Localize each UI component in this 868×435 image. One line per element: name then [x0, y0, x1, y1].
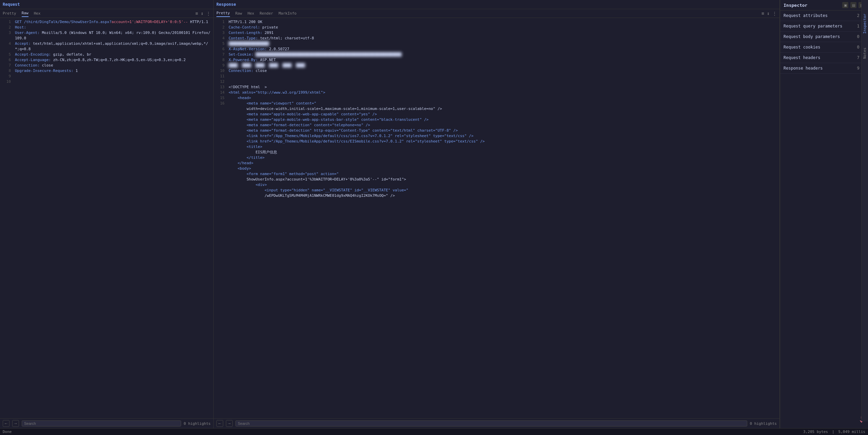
- table-row: 5 ██████████████████: [214, 41, 779, 46]
- inspector-body: ➘: [780, 74, 868, 428]
- inspector-request-headers-count: 7: [857, 55, 860, 60]
- table-row: 14 <html xmlns="http://www.w3.org/1999/x…: [214, 90, 779, 95]
- response-tab-bar: Pretty Raw Hex Render MarkInfo ≡ ↕ ⋮: [214, 9, 779, 18]
- response-wrap-icon[interactable]: ↕: [767, 11, 770, 16]
- response-format-icon[interactable]: ≡: [761, 11, 764, 16]
- status-bar-done: Done: [3, 430, 803, 434]
- table-row: 2 Cache-Control: private: [214, 25, 779, 30]
- inspector-request-attributes-count: 2: [857, 13, 860, 18]
- response-tab-icons: ≡ ↕ ⋮: [761, 11, 777, 16]
- table-row: 6 X-AspNet-Version: 2.0.50727: [214, 46, 779, 52]
- table-row: 4 Content-Type: text/html; charset=utf-8: [214, 36, 779, 41]
- table-row: 15 <head>: [214, 95, 779, 101]
- table-row: <input type="hidden" name="__VIEWSTATE" …: [214, 188, 779, 193]
- status-bar-time: 5,049 millis: [838, 430, 865, 434]
- request-tab-raw[interactable]: Raw: [22, 10, 28, 17]
- side-tab-notes[interactable]: Notes: [863, 48, 867, 59]
- inspector-header: Inspector ▣ ▤ ▥: [780, 0, 868, 11]
- table-row: 2 Host:: [0, 25, 213, 30]
- request-search-bar: ← → 0 highlights: [0, 418, 213, 428]
- inspector-request-attributes-label: Request attributes: [784, 13, 857, 18]
- table-row: </head>: [214, 160, 779, 166]
- request-wrap-icon[interactable]: ↕: [201, 11, 204, 16]
- request-title: Request: [3, 1, 211, 7]
- inspector-request-headers[interactable]: Request headers 7 ∨: [780, 53, 868, 63]
- response-panel: Response Pretty Raw Hex Render MarkInfo …: [214, 0, 780, 428]
- table-row: 4 Accept: text/html,application/xhtml+xm…: [0, 41, 213, 52]
- request-code-area: 1 GET /third/DingTalk/Demo/ShowUserInfo.…: [0, 18, 213, 418]
- table-row: 10: [0, 79, 213, 84]
- table-row: 7 Connection: close: [0, 63, 213, 68]
- table-row: </title>: [214, 155, 779, 160]
- table-row: <meta name="format-detection" http-equiv…: [214, 128, 779, 133]
- table-row: 1 HTTP/1.1 200 OK: [214, 19, 779, 25]
- table-row: <title>: [214, 144, 779, 150]
- table-row: 10 Connection: close: [214, 68, 779, 74]
- status-bar: Done 3,205 bytes | 5,049 millis: [0, 428, 868, 435]
- response-panel-header: Response: [214, 0, 779, 9]
- side-tab-inspector[interactable]: Inspector: [863, 14, 867, 34]
- request-search-back-button[interactable]: ←: [3, 420, 9, 427]
- request-tab-hex[interactable]: Hex: [34, 10, 41, 17]
- response-tab-pretty[interactable]: Pretty: [216, 10, 230, 17]
- table-row: <meta name="apple-mobile-web-app-status-…: [214, 117, 779, 122]
- request-panel: Request Pretty Raw Hex ≡ ↕ ⋮ 1 GET /thir…: [0, 0, 214, 428]
- table-row: 3 User-Agent: Mozilla/5.0 (Windows NT 10…: [0, 30, 213, 41]
- response-search-back-button[interactable]: ←: [216, 420, 223, 427]
- inspector-request-attributes[interactable]: Request attributes 2 ∨: [780, 11, 868, 21]
- table-row: <link href="/App_Themes/MobileApp/defaul…: [214, 133, 779, 139]
- request-panel-header: Request: [0, 0, 213, 9]
- status-bar-bytes: 3,205 bytes: [803, 430, 828, 434]
- table-row: 11: [214, 74, 779, 79]
- table-row: 12: [214, 79, 779, 84]
- response-search-forward-button[interactable]: →: [226, 420, 233, 427]
- response-search-bar: ← → 0 highlights: [214, 418, 779, 428]
- table-row: <form name="form1" method="post" action=…: [214, 171, 779, 177]
- inspector-view-toggle-1[interactable]: ▣: [842, 2, 848, 8]
- request-more-icon[interactable]: ⋮: [206, 11, 211, 16]
- inspector-request-query-params-count: 1: [857, 24, 860, 29]
- table-row: 13 <!DOCTYPE html >: [214, 84, 779, 90]
- table-row: 8 Upgrade-Insecure-Requests: 1: [0, 68, 213, 74]
- inspector-request-cookies[interactable]: Request cookies 0 ∨: [780, 42, 868, 53]
- inspector-panel: Inspector ▣ ▤ ▥ Request attributes 2 ∨ R…: [780, 0, 868, 428]
- response-highlights-count: 0 highlights: [750, 421, 777, 426]
- response-search-input[interactable]: [235, 420, 747, 427]
- inspector-request-query-params[interactable]: Request query parameters 1 ∨: [780, 21, 868, 32]
- inspector-request-body-params[interactable]: Request body parameters 0 ∨: [780, 32, 868, 42]
- table-row: /wEPDwUKLTg5MzM4M4MjA1NWRkCMWE01dg9xMAQ4…: [214, 193, 779, 198]
- request-tab-bar: Pretty Raw Hex ≡ ↕ ⋮: [0, 9, 213, 18]
- request-search-forward-button[interactable]: →: [12, 420, 19, 427]
- inspector-view-toggle-2[interactable]: ▤: [850, 2, 856, 8]
- table-row: 16 <meta name="viewport" content=": [214, 101, 779, 106]
- response-more-icon[interactable]: ⋮: [772, 11, 777, 16]
- status-bar-separator: |: [832, 430, 834, 434]
- inspector-response-headers[interactable]: Response headers 9 ∨: [780, 63, 868, 74]
- table-row: 9: [0, 74, 213, 79]
- inspector-request-query-params-label: Request query parameters: [784, 24, 857, 29]
- table-row: <meta name="format-detection" content="t…: [214, 122, 779, 128]
- response-tab-hex[interactable]: Hex: [248, 10, 254, 17]
- response-tab-markinfo[interactable]: MarkInfo: [278, 10, 296, 17]
- inspector-request-body-params-count: 0: [857, 34, 860, 39]
- table-row: <link href="/App_Themes/MobileApp/defaul…: [214, 139, 779, 144]
- request-format-icon[interactable]: ≡: [195, 11, 198, 16]
- table-row: <div>: [214, 182, 779, 188]
- status-bar-right: 3,205 bytes | 5,049 millis: [803, 430, 865, 434]
- request-highlights-count: 0 highlights: [184, 421, 211, 426]
- table-row: 6 Accept-Language: zh-CN,zh;q=0.8,zh-TW;…: [0, 57, 213, 63]
- table-row: 8 X-Powered-By: ASP.NET: [214, 57, 779, 63]
- table-row: EIS用户信息: [214, 150, 779, 155]
- table-row: 3 Content-Length: 2891: [214, 30, 779, 36]
- inspector-request-headers-label: Request headers: [784, 55, 857, 60]
- inspector-response-headers-label: Response headers: [784, 66, 857, 71]
- inspector-request-cookies-count: 0: [857, 45, 860, 50]
- request-search-input[interactable]: [22, 420, 181, 427]
- response-tab-raw[interactable]: Raw: [235, 10, 242, 17]
- request-tab-icons: ≡ ↕ ⋮: [195, 11, 211, 16]
- table-row: 7 Set-Cookie: ██████████████████████████…: [214, 52, 779, 57]
- inspector-title: Inspector: [784, 3, 842, 8]
- response-tab-render[interactable]: Render: [260, 10, 273, 17]
- response-title: Response: [216, 1, 777, 7]
- request-tab-pretty[interactable]: Pretty: [3, 10, 16, 17]
